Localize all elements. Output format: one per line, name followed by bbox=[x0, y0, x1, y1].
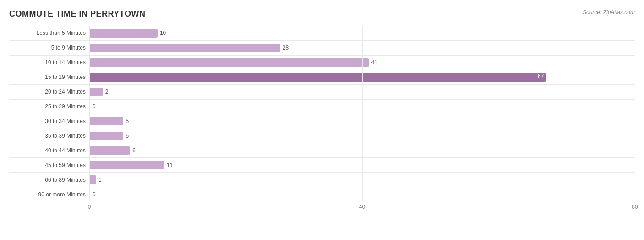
bar-row: 40 to 44 Minutes6 bbox=[9, 143, 635, 157]
bar-value: 67 bbox=[538, 73, 544, 79]
bars-section: Less than 5 Minutes105 to 9 Minutes2810 … bbox=[9, 26, 635, 201]
bar-row: 15 to 19 Minutes67 bbox=[9, 70, 635, 84]
chart-container: COMMUTE TIME IN PERRYTOWN Source: ZipAtl… bbox=[0, 0, 644, 240]
chart-area: Less than 5 Minutes105 to 9 Minutes2810 … bbox=[9, 26, 635, 211]
bar-row: 5 to 9 Minutes28 bbox=[9, 40, 635, 55]
bar-fill bbox=[89, 44, 280, 52]
bar-label: 25 to 29 Minutes bbox=[9, 103, 89, 110]
bar-label: 5 to 9 Minutes bbox=[9, 45, 89, 51]
bar-track: 10 bbox=[89, 26, 635, 40]
bar-track: 0 bbox=[89, 187, 635, 201]
bar-row: 20 to 24 Minutes2 bbox=[9, 84, 635, 99]
bar-fill bbox=[89, 117, 123, 126]
bar-track: 11 bbox=[89, 158, 635, 172]
source-text: Source: ZipAtlas.com bbox=[583, 9, 635, 16]
bar-fill bbox=[89, 175, 96, 184]
bar-label: 40 to 44 Minutes bbox=[9, 147, 89, 154]
x-axis: 04080 bbox=[89, 201, 635, 211]
bar-row: 90 or more Minutes0 bbox=[9, 187, 635, 201]
bar-track: 5 bbox=[89, 114, 635, 128]
bar-row: 30 to 34 Minutes5 bbox=[9, 114, 635, 128]
bar-value: 11 bbox=[167, 162, 173, 168]
bar-row: 10 to 14 Minutes41 bbox=[9, 55, 635, 70]
bar-track: 41 bbox=[89, 56, 635, 70]
bar-fill bbox=[89, 102, 90, 111]
bar-value: 5 bbox=[126, 118, 129, 124]
bar-label: 15 to 19 Minutes bbox=[9, 74, 89, 80]
bar-fill bbox=[89, 132, 123, 140]
bar-fill bbox=[89, 146, 130, 155]
bar-fill bbox=[89, 58, 369, 67]
bar-fill bbox=[89, 88, 103, 96]
x-axis-tick: 40 bbox=[359, 204, 365, 210]
bar-label: 10 to 14 Minutes bbox=[9, 59, 89, 66]
bar-fill bbox=[89, 29, 158, 38]
bar-track: 0 bbox=[89, 100, 635, 114]
bar-value: 10 bbox=[160, 30, 166, 36]
bar-fill bbox=[89, 190, 90, 199]
bar-label: 30 to 34 Minutes bbox=[9, 118, 89, 124]
bar-value: 6 bbox=[132, 147, 136, 154]
bar-value: 0 bbox=[93, 103, 96, 110]
bar-label: Less than 5 Minutes bbox=[9, 30, 89, 36]
bar-label: 35 to 39 Minutes bbox=[9, 133, 89, 139]
bar-row: Less than 5 Minutes10 bbox=[9, 26, 635, 40]
bar-value: 28 bbox=[283, 45, 289, 51]
bar-track: 67 bbox=[89, 70, 635, 84]
bar-row: 45 to 59 Minutes11 bbox=[9, 157, 635, 172]
chart-title: COMMUTE TIME IN PERRYTOWN bbox=[9, 9, 635, 19]
x-axis-tick: 0 bbox=[88, 204, 91, 210]
bar-value: 5 bbox=[126, 133, 129, 139]
bar-label: 20 to 24 Minutes bbox=[9, 89, 89, 95]
bar-label: 60 to 89 Minutes bbox=[9, 177, 89, 183]
x-axis-tick: 80 bbox=[632, 204, 638, 210]
bar-track: 6 bbox=[89, 143, 635, 157]
bar-value: 0 bbox=[93, 191, 96, 198]
bar-track: 2 bbox=[89, 85, 635, 99]
bar-fill bbox=[89, 161, 164, 169]
bar-track: 1 bbox=[89, 173, 635, 187]
bar-label: 45 to 59 Minutes bbox=[9, 162, 89, 168]
bar-row: 60 to 89 Minutes1 bbox=[9, 172, 635, 187]
bar-value: 2 bbox=[105, 89, 109, 95]
bar-row: 25 to 29 Minutes0 bbox=[9, 99, 635, 114]
bar-value: 1 bbox=[98, 177, 102, 183]
bar-value: 41 bbox=[371, 59, 377, 66]
bar-track: 5 bbox=[89, 128, 635, 143]
bar-track: 28 bbox=[89, 41, 635, 55]
bar-label: 90 or more Minutes bbox=[9, 191, 89, 198]
bar-fill: 67 bbox=[89, 73, 546, 82]
bar-row: 35 to 39 Minutes5 bbox=[9, 128, 635, 143]
